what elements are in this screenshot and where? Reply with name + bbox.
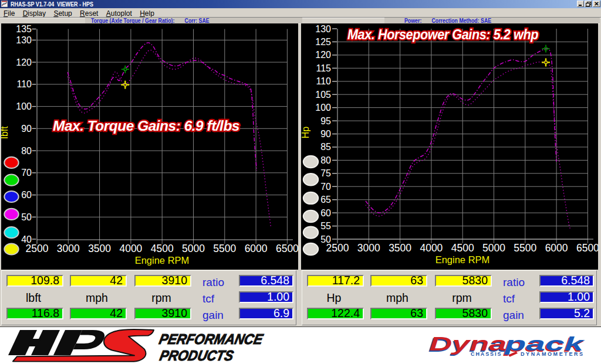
svg-text:3000: 3000 xyxy=(57,243,80,254)
svg-text:5000: 5000 xyxy=(182,243,205,254)
svg-text:DYNAMOMETERS: DYNAMOMETERS xyxy=(521,351,585,357)
svg-text:lbft: lbft xyxy=(1,126,9,139)
svg-text:Hp: Hp xyxy=(301,127,310,139)
svg-text:90: 90 xyxy=(21,124,32,134)
svg-text:Max. Horsepower Gains: 5.2 wh: Max. Horsepower Gains: 5.2 whp xyxy=(347,26,538,42)
svg-text:65: 65 xyxy=(320,195,331,205)
svg-text:120: 120 xyxy=(315,50,331,60)
svg-text:5500: 5500 xyxy=(213,243,236,254)
svg-text:2500: 2500 xyxy=(26,243,49,254)
svg-text:Max. Torque Gains: 6.9 ft/lbs: Max. Torque Gains: 6.9 ft/lbs xyxy=(53,118,239,134)
svg-text:80: 80 xyxy=(21,146,32,156)
svg-text:135: 135 xyxy=(16,24,32,34)
svg-text:3500: 3500 xyxy=(389,242,411,254)
svg-text:115: 115 xyxy=(316,63,331,73)
svg-text:5000: 5000 xyxy=(482,242,505,254)
svg-text:60: 60 xyxy=(21,190,32,200)
svg-text:85: 85 xyxy=(320,142,331,152)
svg-text:CHASSIS: CHASSIS xyxy=(471,351,502,357)
svg-text:PRODUCTS: PRODUCTS xyxy=(158,348,235,364)
svg-text:6500: 6500 xyxy=(576,242,598,254)
svg-text:70: 70 xyxy=(320,182,331,192)
svg-text:100: 100 xyxy=(315,103,331,113)
svg-text:110: 110 xyxy=(16,79,32,89)
svg-text:4500: 4500 xyxy=(451,242,474,254)
svg-text:100: 100 xyxy=(16,101,32,111)
svg-text:105: 105 xyxy=(315,90,331,100)
svg-text:60: 60 xyxy=(320,208,331,218)
svg-text:4000: 4000 xyxy=(119,243,142,254)
svg-text:6000: 6000 xyxy=(545,242,568,254)
svg-text:Engine RPM: Engine RPM xyxy=(435,254,490,265)
svg-text:90: 90 xyxy=(320,129,331,139)
svg-text:125: 125 xyxy=(315,37,331,47)
svg-text:50: 50 xyxy=(21,212,32,222)
svg-text:5500: 5500 xyxy=(514,242,536,254)
svg-text:95: 95 xyxy=(320,116,331,126)
svg-text:3000: 3000 xyxy=(357,242,380,254)
svg-text:75: 75 xyxy=(320,168,331,178)
svg-text:120: 120 xyxy=(16,57,32,67)
svg-text:55: 55 xyxy=(320,221,331,231)
svg-text:3500: 3500 xyxy=(88,243,111,254)
svg-text:80: 80 xyxy=(320,155,331,165)
svg-text:Engine RPM: Engine RPM xyxy=(135,255,190,266)
svg-text:130: 130 xyxy=(315,24,331,34)
svg-text:130: 130 xyxy=(16,35,32,45)
svg-text:PERFORMANCE: PERFORMANCE xyxy=(158,331,265,347)
svg-text:4000: 4000 xyxy=(420,242,443,254)
svg-text:2500: 2500 xyxy=(326,242,349,254)
svg-text:6500: 6500 xyxy=(276,243,298,254)
svg-text:6000: 6000 xyxy=(245,243,268,254)
svg-text:110: 110 xyxy=(316,76,331,86)
svg-text:70: 70 xyxy=(21,168,32,178)
svg-text:4500: 4500 xyxy=(151,243,174,254)
